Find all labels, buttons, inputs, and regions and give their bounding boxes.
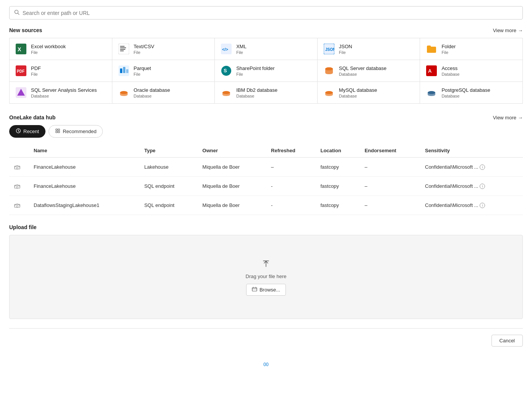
bottom-bar: 00 [0,359,532,370]
source-item-folder[interactable]: Folder File [420,38,522,60]
source-icon-pdf: PDF [15,65,27,77]
tab-recent[interactable]: Recent [9,125,45,138]
source-item-json[interactable]: JSON JSON File [318,38,420,60]
lakehouse-icon [14,163,21,170]
svg-rect-36 [56,131,57,133]
browse-label: Browse... [260,287,280,293]
col-owner: Owner [198,144,267,158]
source-icon-parquet [118,65,130,77]
svg-text:JSON: JSON [325,47,334,52]
row-icon-cell [9,196,29,215]
source-item-csv[interactable]: Text/CSV File [112,38,215,60]
source-icon-ssas [15,86,27,99]
onelake-table: Name Type Owner Refreshed Location Endor… [9,144,523,215]
browse-button[interactable]: Browse... [246,284,286,296]
svg-rect-34 [56,129,57,130]
col-refreshed: Refreshed [266,144,316,158]
cancel-button[interactable]: Cancel [491,335,523,347]
grid-icon [55,128,60,135]
info-icon[interactable]: i [480,184,485,189]
svg-rect-17 [123,67,125,73]
svg-rect-37 [58,131,60,133]
col-name [9,144,29,158]
svg-rect-18 [126,69,128,73]
svg-rect-6 [120,47,126,48]
source-icon-json: JSON [323,43,335,55]
row-name: DataflowsStagingLakehouse1 [29,196,139,215]
source-icon-csv [118,43,130,55]
svg-rect-43 [16,205,18,207]
row-refreshed: – [266,158,316,177]
source-icon-mysql [323,86,335,99]
upload-arrow-icon [261,258,271,269]
sources-grid: X Excel workbook File Text/CSV File </> … [9,38,523,104]
row-name: FinanceLakehouse [29,177,139,196]
arrow-right-icon-2: → [518,115,523,120]
svg-rect-35 [58,129,60,130]
svg-text:</>: </> [222,47,228,52]
source-item-excel[interactable]: X Excel workbook File [10,38,112,60]
source-icon-postgres [425,86,438,99]
tab-recent-label: Recent [23,129,39,134]
upload-section: Upload file Drag your file here [9,224,523,319]
col-endorsement: Endorsement [360,144,420,158]
upload-zone[interactable]: Drag your file here Browse... [9,235,523,319]
new-sources-view-more[interactable]: View more → [493,28,523,33]
svg-rect-7 [120,49,125,50]
source-item-db2[interactable]: IBM Db2 database Database [215,82,317,103]
row-type: SQL endpoint [139,177,198,196]
source-icon-excel: X [15,43,27,55]
onelake-header: OneLake data hub View more → [9,114,523,120]
source-item-xml[interactable]: </> XML File [215,38,317,60]
onelake-view-more[interactable]: View more → [493,115,523,120]
source-item-mysql[interactable]: MySQL database Database [318,82,420,103]
row-endorsement: – [360,177,420,196]
row-type: SQL endpoint [139,196,198,215]
onelake-title: OneLake data hub [9,114,55,120]
table-row[interactable]: FinanceLakehouse Lakehouse Miquella de B… [9,158,523,177]
source-item-sql[interactable]: SQL Server database Database [318,60,420,81]
table-row[interactable]: DataflowsStagingLakehouse1 SQL endpoint … [9,196,523,215]
new-sources-header: New sources View more → [9,27,523,33]
svg-rect-8 [120,50,124,51]
source-icon-db2 [220,86,232,99]
upload-drag-text: Drag your file here [246,274,287,279]
source-item-access[interactable]: A Access Database [420,60,522,81]
source-item-pdf[interactable]: PDF PDF File [10,60,112,81]
browse-icon [252,287,257,293]
svg-rect-39 [16,167,18,169]
source-item-ssas[interactable]: SQL Server Analysis Services Database [10,82,112,103]
source-icon-folder [425,43,438,55]
upload-title: Upload file [9,224,37,230]
svg-text:A: A [428,68,432,74]
row-owner: Miquella de Boer [198,177,267,196]
svg-rect-5 [120,46,125,47]
source-item-sharepoint[interactable]: S SharePoint folder File [215,60,317,81]
search-input[interactable] [23,10,518,16]
search-bar[interactable] [9,6,523,20]
row-icon-cell [9,177,29,196]
source-item-parquet[interactable]: Parquet File [112,60,215,81]
source-icon-sharepoint: S [220,65,232,77]
source-icon-sql [323,65,335,77]
clock-icon [16,128,21,135]
upload-header: Upload file [9,224,523,230]
source-item-oracle[interactable]: Oracle database Database [112,82,215,103]
footer: Cancel [9,328,523,353]
svg-rect-16 [120,68,122,73]
search-icon [14,10,19,16]
table-row[interactable]: FinanceLakehouse SQL endpoint Miquella d… [9,177,523,196]
svg-text:X: X [18,46,21,52]
source-icon-access: A [425,65,438,77]
lakehouse-icon [14,182,21,189]
row-sensitivity: Confidential\Microsoft ... i [420,177,523,196]
tab-recommended[interactable]: Recommended [49,125,103,138]
row-location: fastcopy [316,177,360,196]
tab-recommended-label: Recommended [63,129,96,134]
svg-rect-46 [252,288,257,291]
col-location: Location [316,144,360,158]
arrow-right-icon: → [518,28,523,33]
source-item-postgres[interactable]: PostgreSQL database Database [420,82,522,103]
info-icon[interactable]: i [480,203,485,208]
info-icon[interactable]: i [480,164,485,170]
